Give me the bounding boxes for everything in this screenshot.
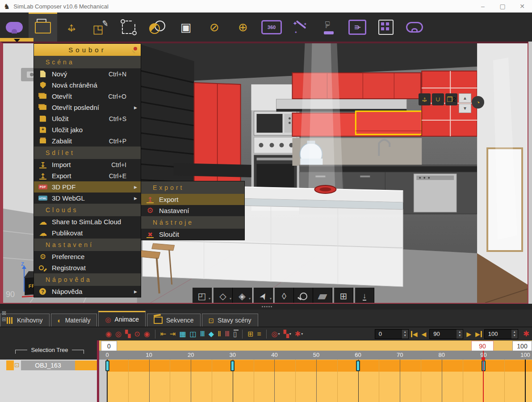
environment-button[interactable]: ⊕ bbox=[229, 13, 257, 42]
menu-item-publikovat[interactable]: ☁ Publikovat bbox=[34, 227, 141, 239]
submenu-item-sloucit[interactable]: ✖ Sloučit bbox=[141, 229, 244, 240]
paste-keyframes[interactable]: Ⅱ bbox=[218, 331, 221, 338]
show-all-animations[interactable]: ◉ bbox=[144, 331, 150, 338]
play-forward-button[interactable]: ▶ bbox=[465, 331, 472, 337]
panel-splitter[interactable] bbox=[0, 304, 532, 310]
render-plane-menu[interactable]: ◇ bbox=[214, 288, 233, 304]
timeline-ruler[interactable]: 0102030405060708090100 bbox=[99, 351, 532, 360]
close-panel-icon[interactable]: ⊠ bbox=[2, 310, 6, 316]
download-view[interactable]: ↓ bbox=[355, 288, 374, 304]
context-copy-button[interactable]: ❐ 2 bbox=[445, 93, 457, 105]
context-up-button[interactable]: ▲ bbox=[459, 93, 471, 103]
tab-materialy[interactable]: ◐ Materiály bbox=[51, 314, 97, 327]
menu-item-preference[interactable]: ⚙ Preference bbox=[34, 251, 141, 262]
close-button[interactable]: ✕ bbox=[512, 0, 532, 13]
minimize-button[interactable]: – bbox=[473, 0, 493, 13]
menu-item-share-to-simlab-cloud[interactable]: ☁ Share to SimLab Cloud bbox=[34, 216, 141, 227]
show-all-keyframes[interactable]: ▦ bbox=[179, 331, 186, 338]
wizards-button[interactable]: ✦✦✦ bbox=[286, 13, 314, 42]
cut-keyframes[interactable]: Ⅲ bbox=[225, 331, 230, 338]
show-animated-only[interactable]: ⊙ bbox=[134, 331, 140, 338]
menu-item-novy[interactable]: Nový Ctrl+N bbox=[34, 68, 141, 80]
timeline-range-header[interactable]: 0 90 100 bbox=[99, 340, 532, 351]
end-frame-spinner[interactable]: 100 ▲▼ bbox=[484, 329, 518, 339]
tree-timeline-divider[interactable] bbox=[97, 340, 99, 402]
render-animation-menu[interactable]: ✱ bbox=[295, 331, 303, 338]
menu-item-import[interactable]: ↧ Import Ctrl+I bbox=[34, 159, 141, 170]
current-frame-spinner[interactable]: 90 ▲▼ bbox=[429, 329, 463, 339]
solid-edit-button[interactable]: ◳✎ bbox=[86, 13, 114, 42]
move-transform-button[interactable]: ↔↕ bbox=[57, 13, 86, 42]
vr-mode-button[interactable] bbox=[0, 13, 29, 42]
sequence-menu[interactable]: ▚ bbox=[283, 331, 291, 338]
jump-to-end-button[interactable]: ▶ bbox=[474, 331, 482, 337]
grid-arrange-button[interactable] bbox=[372, 13, 400, 42]
file-menu-header[interactable]: Soubor bbox=[34, 44, 141, 56]
import-animation[interactable]: ⊞ bbox=[247, 331, 253, 338]
detach-panel-icon[interactable]: ⊞ bbox=[2, 317, 6, 322]
tab-knihovny[interactable]: Knihovny bbox=[0, 314, 50, 327]
submenu-item-nastaveni[interactable]: ⚙ Nastavení bbox=[141, 205, 244, 216]
menu-item-otevrit[interactable]: Otevřít Ctrl+O bbox=[34, 91, 141, 102]
spinner-arrows-icon[interactable]: ▲▼ bbox=[457, 330, 463, 339]
menu-item-zabalit[interactable]: Zabalit Ctrl+P bbox=[34, 135, 141, 147]
texture-baking-button[interactable]: ▣ bbox=[172, 13, 200, 42]
select-tool-menu[interactable]: ➤ bbox=[254, 288, 273, 304]
maximize-button[interactable]: ▢ bbox=[493, 0, 512, 13]
shift-keyframes[interactable]: ◆ bbox=[209, 331, 214, 338]
menu-item-napoveda[interactable]: ? Nápověda ▶ bbox=[34, 286, 141, 297]
tab-animace[interactable]: ◎ Animace bbox=[98, 311, 146, 327]
keyframe-60[interactable] bbox=[356, 360, 360, 371]
current-frame-box[interactable]: 90 bbox=[471, 341, 494, 351]
tab-stavy-sceny[interactable]: ⊡ Stavy scény bbox=[202, 314, 258, 327]
menu-item-3d-pdf[interactable]: PDF 3D PDF ▶ bbox=[34, 181, 141, 193]
interaction-button[interactable]: ☝ bbox=[314, 13, 343, 42]
vr-viewer-button[interactable] bbox=[400, 13, 429, 42]
shading-mode-menu[interactable]: ◈ bbox=[233, 288, 252, 304]
menu-item-nova-chranena[interactable]: Nová chráněná bbox=[34, 80, 141, 91]
scale-keyframes[interactable]: Ⅲ bbox=[200, 331, 205, 338]
submenu-item-export[interactable]: ↥ Export bbox=[141, 194, 244, 205]
record-camera-keyframe[interactable]: ◎ bbox=[115, 331, 121, 338]
obj163-track-band[interactable] bbox=[107, 360, 532, 372]
tab-sekvence[interactable]: Sekvence bbox=[147, 314, 200, 327]
menu-item-3d-webgl[interactable]: HTML 3D WebGL ▶ bbox=[34, 193, 141, 204]
animation-type-menu[interactable]: ◎ bbox=[272, 331, 280, 338]
timeline-track-area[interactable] bbox=[99, 360, 532, 402]
zoom-region[interactable] bbox=[294, 288, 313, 304]
goto-previous-keyframe[interactable]: ⇤ bbox=[160, 331, 166, 338]
render-button[interactable] bbox=[143, 13, 172, 42]
range-start-box[interactable]: 0 bbox=[101, 341, 117, 351]
materials-button[interactable]: ⊘ bbox=[200, 13, 229, 42]
pin-icon[interactable] bbox=[132, 47, 137, 52]
context-snap-button[interactable]: ∩ bbox=[432, 93, 444, 105]
menu-item-export[interactable]: ↥ Export Ctrl+E bbox=[34, 170, 141, 181]
record-sequence[interactable]: ▚ bbox=[125, 331, 130, 338]
timeline-settings-gear-icon[interactable]: ✱ bbox=[523, 329, 529, 339]
menu-item-otevrit-posledni[interactable]: Otevřít poslední ▶ bbox=[34, 102, 141, 113]
context-move-button[interactable]: ↔↕ bbox=[419, 93, 431, 105]
toggle-grid[interactable]: ⊞ bbox=[334, 288, 353, 304]
keyframe-0[interactable] bbox=[105, 360, 109, 371]
menu-item-ulozit[interactable]: Uložit Ctrl+S bbox=[34, 113, 141, 124]
spinner-arrows-icon[interactable]: ▲▼ bbox=[402, 330, 408, 339]
scene-building-button[interactable]: ⋔ bbox=[343, 13, 372, 42]
playhead-nub[interactable] bbox=[482, 357, 485, 360]
animation-list[interactable]: ≡ bbox=[257, 331, 261, 338]
jump-to-start-button[interactable]: ◀ bbox=[411, 331, 419, 337]
step-back-button[interactable]: ◀ bbox=[420, 331, 427, 337]
tree-row-obj163[interactable]: ⊡ OBJ_163 bbox=[0, 360, 97, 370]
selection-button[interactable] bbox=[114, 13, 143, 42]
panorama-360-button[interactable]: 360 bbox=[257, 13, 286, 42]
walk-mode[interactable]: ▦ bbox=[313, 288, 332, 304]
context-down-button[interactable]: ▼ bbox=[459, 104, 471, 113]
record-keyframe[interactable]: ◉ bbox=[105, 331, 112, 338]
context-render-badge-icon[interactable]: ◔ bbox=[472, 96, 484, 109]
keyframe-30[interactable] bbox=[230, 360, 235, 371]
goto-next-keyframe[interactable]: ⇥ bbox=[170, 331, 176, 338]
spinner-arrows-icon[interactable]: ▲▼ bbox=[511, 330, 518, 339]
range-end-box[interactable]: 100 bbox=[512, 341, 532, 351]
fit-view[interactable]: ◊ bbox=[275, 288, 294, 304]
keyframe-range[interactable]: ◫ bbox=[190, 331, 197, 338]
selection-tree-panel[interactable]: ⊡ OBJ_163 bbox=[0, 360, 97, 402]
